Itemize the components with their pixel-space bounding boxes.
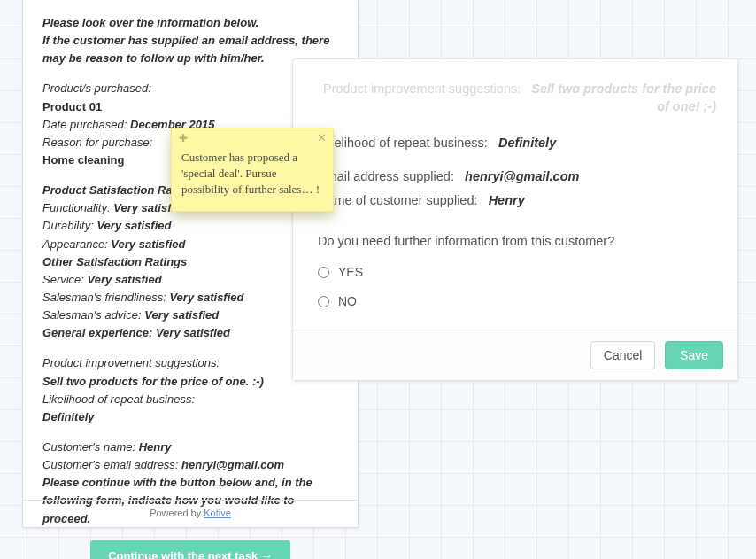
em-label: Email address supplied: <box>318 169 454 183</box>
cust-name-value: Henry <box>139 440 172 454</box>
pis-faded-value: Sell two products for the price of one! … <box>531 82 716 113</box>
nm-label: Name of customer supplied: <box>318 193 478 207</box>
footer: Powered by Kotive <box>23 500 358 518</box>
repeat-value: Definitely <box>42 410 95 423</box>
product-label: Product/s purchased: <box>42 82 151 95</box>
appearance-label: Appearance: <box>42 237 108 251</box>
durability-label: Durability: <box>42 219 94 232</box>
followup-panel: Product improvement suggestions: Sell tw… <box>292 58 738 381</box>
sticky-close-icon[interactable]: ✕ <box>317 130 327 146</box>
rb-label: Likelihood of repeat business: <box>318 136 488 150</box>
durability-value: Very satisfied <box>96 219 171 232</box>
cancel-button[interactable]: Cancel <box>590 341 656 369</box>
pis-faded-label: Product improvement suggestions: <box>323 82 521 96</box>
radio-yes-label: YES <box>338 260 363 284</box>
intro-line2: If the customer has supplied an email ad… <box>42 34 329 65</box>
sticky-note[interactable]: ✚ ✕ Customer has proposed a 'special dea… <box>171 128 334 212</box>
suggestion-label: Product improvement suggestions: <box>42 356 220 369</box>
radio-no[interactable] <box>318 296 329 307</box>
service-label: Service: <box>42 273 84 286</box>
radio-yes-row[interactable]: YES <box>318 260 716 284</box>
product-value: Product 01 <box>42 100 102 113</box>
appearance-value: Very satisfied <box>111 237 185 251</box>
general-label: General experience: <box>42 326 152 339</box>
radio-no-label: NO <box>338 290 357 314</box>
intro-line1: Please look over the information below. <box>42 16 258 29</box>
followup-question: Do you need further information from thi… <box>318 229 716 254</box>
advice-value: Very satisfied <box>144 308 219 322</box>
osr-header: Other Satisfaction Ratings <box>42 255 187 268</box>
reason-value: Home cleaning <box>42 153 124 167</box>
suggestion-value: Sell two products for the price of one. … <box>42 375 264 388</box>
em-value: henryi@gmail.com <box>465 169 579 183</box>
radio-no-row[interactable]: NO <box>318 290 716 314</box>
functionality-label: Functionality: <box>42 201 111 214</box>
cust-email-value: henryi@gmail.com <box>181 458 284 471</box>
radio-yes[interactable] <box>318 267 329 278</box>
date-label: Date purchased: <box>42 118 127 131</box>
pis-faded-row: Product improvement suggestions: Sell tw… <box>318 81 716 115</box>
nm-value: Henry <box>489 193 525 207</box>
friendliness-value: Very satisfied <box>169 291 243 304</box>
save-button[interactable]: Save <box>665 341 723 369</box>
continue-button[interactable]: Continue with the next task → <box>90 540 290 559</box>
friendliness-label: Salesman's friendliness: <box>42 291 166 304</box>
powered-link[interactable]: Kotive <box>204 508 231 518</box>
reason-label: Reason for purchase: <box>42 136 152 149</box>
general-value: Very satisfied <box>156 326 230 339</box>
sticky-pin-icon[interactable]: ✚ <box>179 131 188 146</box>
cust-name-label: Customer's name: <box>42 440 135 454</box>
service-value: Very satisfied <box>88 273 162 286</box>
repeat-label: Likelihood of repeat business: <box>42 392 195 406</box>
followup-footer: Cancel Save <box>293 330 737 380</box>
advice-label: Salesman's advice: <box>42 308 142 322</box>
powered-label: Powered by <box>150 508 204 518</box>
sticky-text: Customer has proposed a 'special deal'. … <box>181 151 320 196</box>
cust-email-label: Customer's email address: <box>42 458 178 471</box>
rb-value: Definitely <box>498 136 556 150</box>
